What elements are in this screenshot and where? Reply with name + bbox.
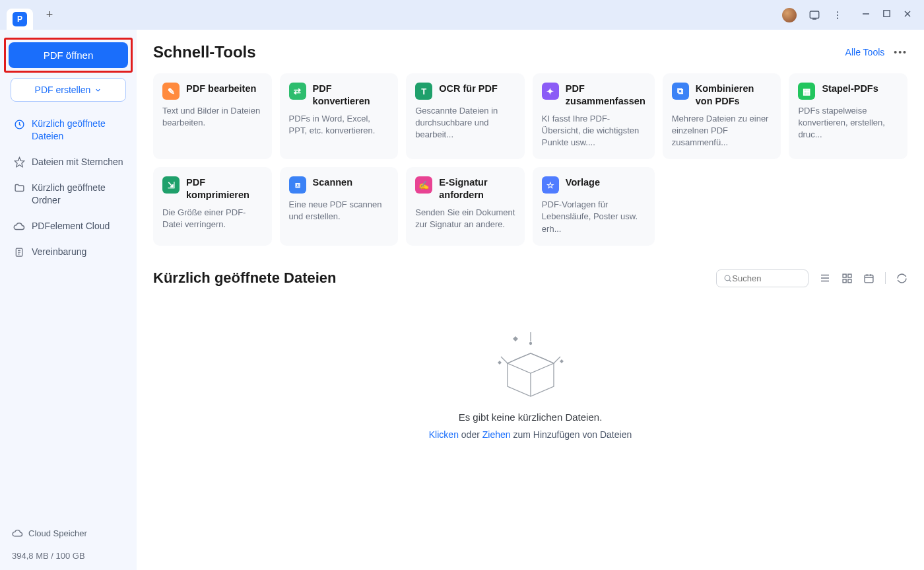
tool-template[interactable]: ☆ Vorlage PDF-Vorlagen für Lebensläufe, …	[533, 167, 655, 246]
svg-point-3	[837, 17, 838, 18]
tool-title: PDF bearbeiten	[186, 83, 256, 95]
tool-edit-pdf[interactable]: ✎ PDF bearbeiten Text und Bilder in Date…	[153, 73, 272, 159]
empty-main-text: Es gibt keine kürzlichen Dateien.	[459, 411, 603, 423]
sidebar: PDF öffnen PDF erstellen Kürzlich geöffn…	[0, 30, 137, 570]
tool-desc: Senden Sie ein Dokument zur Signatur an …	[415, 207, 515, 231]
tool-desc: Mehrere Dateien zu einer einzelnen PDF z…	[672, 113, 772, 149]
create-pdf-label: PDF erstellen	[35, 85, 91, 95]
tool-title: PDF konvertieren	[313, 83, 389, 108]
recent-files-title: Kürzlich geöffnete Dateien	[153, 269, 336, 287]
cloud-storage-label: Cloud Speicher	[28, 528, 87, 538]
tools-grid: ✎ PDF bearbeiten Text und Bilder in Date…	[153, 73, 908, 246]
create-pdf-button[interactable]: PDF erstellen	[11, 78, 126, 102]
calendar-icon[interactable]	[863, 273, 874, 284]
titlebar: P +	[0, 0, 924, 30]
tool-desc: PDF-Vorlagen für Lebensläufe, Poster usw…	[542, 199, 645, 235]
scan-icon: ⧈	[289, 176, 306, 194]
tool-ocr[interactable]: T OCR für PDF Gescannte Dateien in durch…	[406, 73, 525, 159]
tool-title: Vorlage	[566, 176, 600, 189]
svg-rect-20	[848, 274, 851, 277]
open-pdf-button[interactable]: PDF öffnen	[9, 42, 128, 68]
kebab-menu-icon[interactable]	[832, 10, 843, 20]
ocr-icon: T	[415, 83, 432, 100]
sidebar-item-starred[interactable]: Dateien mit Sternchen	[7, 149, 130, 175]
sidebar-item-agreement[interactable]: Vereinbarung	[7, 239, 130, 265]
svg-rect-23	[865, 275, 873, 282]
svg-point-14	[725, 275, 730, 281]
storage-usage: 394,8 MB / 100 GB	[12, 551, 125, 561]
summarize-icon: ✦	[542, 83, 559, 100]
tool-convert-pdf[interactable]: ⇄ PDF konvertieren PDFs in Word, Excel, …	[280, 73, 399, 159]
tool-batch[interactable]: ▦ Stapel-PDFs PDFs stapelweise konvertie…	[789, 73, 908, 159]
sidebar-item-recent-folders[interactable]: Kürzlich geöffnete Ordner	[7, 175, 130, 213]
tool-scan[interactable]: ⧈ Scannen Eine neue PDF scannen und erst…	[280, 167, 399, 246]
sidebar-footer: Cloud Speicher 394,8 MB / 100 GB	[0, 521, 137, 570]
titlebar-right	[782, 8, 917, 22]
empty-sub-text: Klicken oder Ziehen zum Hinzufügen von D…	[429, 429, 632, 440]
combine-icon: ⧉	[672, 83, 689, 100]
tool-summarize[interactable]: ✦ PDF zusammenfassen KI fasst Ihre PDF-Ü…	[533, 73, 655, 159]
cloud-storage-link[interactable]: Cloud Speicher	[12, 528, 125, 539]
search-icon	[723, 273, 732, 283]
svg-rect-22	[848, 279, 851, 283]
tool-title: PDF zusammenfassen	[566, 83, 645, 108]
tool-combine[interactable]: ⧉ Kombinieren von PDFs Mehrere Dateien z…	[663, 73, 781, 159]
svg-point-2	[837, 14, 838, 15]
quick-tools-title: Schnell-Tools	[153, 43, 256, 61]
sidebar-item-label: Kürzlich geöffnete Dateien	[32, 118, 123, 143]
template-icon: ☆	[542, 176, 559, 194]
cloud-icon	[12, 528, 23, 539]
batch-icon: ▦	[798, 83, 815, 100]
maximize-button[interactable]	[882, 9, 891, 20]
active-tab[interactable]: P	[7, 9, 33, 30]
more-tools-icon[interactable]: •••	[894, 47, 908, 57]
tool-title: Scannen	[313, 176, 352, 189]
tool-desc: KI fasst Ihre PDF-Übersicht, die wichtig…	[542, 113, 645, 149]
svg-marker-9	[15, 158, 24, 167]
tool-esign[interactable]: ✍ E-Signatur anfordern Senden Sie ein Do…	[406, 167, 525, 246]
sidebar-item-recent-files[interactable]: Kürzlich geöffnete Dateien	[7, 111, 130, 149]
convert-icon: ⇄	[289, 83, 306, 100]
empty-box-icon	[488, 327, 574, 400]
avatar[interactable]	[782, 8, 797, 22]
refresh-icon[interactable]	[896, 273, 908, 284]
app-logo-icon: P	[13, 12, 27, 26]
search-box[interactable]	[716, 269, 808, 287]
drag-link[interactable]: Ziehen	[482, 429, 511, 440]
minimize-button[interactable]	[861, 9, 871, 20]
click-link[interactable]: Klicken	[429, 429, 459, 440]
tool-title: E-Signatur anfordern	[439, 176, 515, 201]
sidebar-item-label: PDFelement Cloud	[32, 220, 110, 232]
tool-title: PDF komprimieren	[186, 176, 263, 201]
sidebar-item-cloud[interactable]: PDFelement Cloud	[7, 213, 130, 239]
tool-desc: Text und Bilder in Dateien bearbeiten.	[162, 105, 263, 129]
main-content: Schnell-Tools Alle Tools ••• ✎ PDF bearb…	[137, 30, 924, 570]
list-view-icon[interactable]	[819, 272, 831, 284]
feedback-icon[interactable]	[808, 9, 820, 21]
svg-line-15	[729, 280, 731, 281]
grid-view-icon[interactable]	[842, 273, 853, 284]
tool-title: OCR für PDF	[439, 83, 498, 95]
divider	[885, 272, 886, 284]
recent-toolbar	[716, 269, 908, 287]
tool-desc: PDFs stapelweise konvertieren, erstellen…	[798, 105, 898, 141]
edit-icon: ✎	[162, 83, 180, 100]
new-tab-button[interactable]: +	[40, 5, 59, 25]
all-tools-link[interactable]: Alle Tools	[845, 47, 885, 57]
open-pdf-highlight: PDF öffnen	[4, 38, 133, 73]
tool-desc: Die Größe einer PDF-Datei verringern.	[162, 207, 263, 231]
clock-icon	[13, 118, 25, 130]
empty-state: Es gibt keine kürzlichen Dateien. Klicke…	[153, 307, 908, 440]
tool-desc: Eine neue PDF scannen und erstellen.	[289, 199, 389, 223]
svg-rect-21	[843, 279, 846, 283]
cloud-icon	[13, 221, 25, 232]
search-input[interactable]	[732, 273, 801, 283]
sidebar-item-label: Vereinbarung	[32, 246, 86, 258]
close-button[interactable]	[903, 9, 912, 20]
sidebar-item-label: Dateien mit Sternchen	[32, 156, 123, 168]
compress-icon: ⇲	[162, 176, 180, 194]
tool-desc: PDFs in Word, Excel, PPT, etc. konvertie…	[289, 113, 389, 137]
tool-compress[interactable]: ⇲ PDF komprimieren Die Größe einer PDF-D…	[153, 167, 272, 246]
svg-rect-0	[810, 11, 819, 18]
chevron-down-icon	[94, 87, 102, 94]
